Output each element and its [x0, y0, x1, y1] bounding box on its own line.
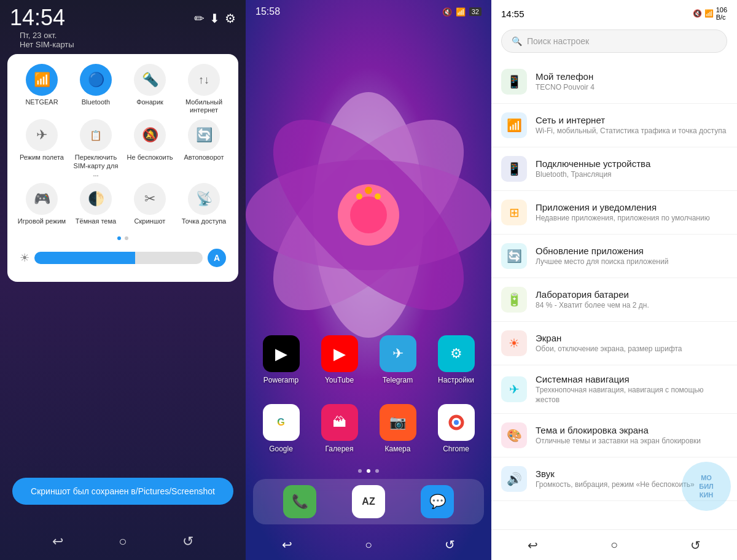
search-icon: 🔍 — [512, 36, 522, 46]
dock-phone[interactable]: 📞 — [283, 485, 316, 518]
page-dot-3 — [375, 469, 379, 473]
nav-bar-2: ↩ ○ ↺ — [246, 529, 491, 560]
network-subtitle: Wi-Fi, мобильный, Статистика трафика и т… — [536, 126, 727, 136]
status-icons-3: 🔇 📶 106В/с — [693, 6, 727, 21]
app-settings[interactable]: ⚙ Настройки — [431, 335, 482, 384]
qs-bluetooth[interactable]: 🔵 Bluetooth — [71, 64, 120, 114]
navigation-icon: ✈ — [501, 376, 527, 402]
search-input[interactable]: 🔍 Поиск настроек — [501, 29, 727, 53]
qs-flashlight[interactable]: 🔦 Фонарик — [125, 64, 174, 114]
dark-theme-icon: 🌓 — [80, 183, 112, 215]
settings-list: 📱 Мой телефон TECNO Pouvoir 4 📶 Сеть и и… — [491, 60, 737, 529]
clock-2: 15:58 — [255, 6, 280, 17]
qs-airplane[interactable]: ✈ Режим полета — [17, 119, 66, 178]
apps-row-1: ▶ Poweramp ▶ YouTube ✈ Telegram ⚙ — [246, 325, 491, 394]
back-button-1[interactable]: ↩ — [52, 534, 63, 550]
quick-settings-panel: 📶 NETGEAR 🔵 Bluetooth 🔦 Фонарик ↑↓ Мобил… — [7, 54, 238, 282]
my-phone-icon: 📱 — [501, 69, 527, 95]
dot-1 — [117, 236, 121, 240]
settings-battery[interactable]: 🔋 Лаборатория батареи 84 % - Хватит боле… — [491, 278, 737, 322]
back-button-3[interactable]: ↩ — [528, 538, 538, 553]
poweramp-label: Poweramp — [263, 376, 298, 384]
brightness-control[interactable]: ☀ A — [17, 244, 228, 272]
settings-status-bar: 14:55 🔇 📶 106В/с — [491, 0, 737, 25]
connected-title: Подключенные устройства — [536, 158, 727, 169]
status-bar-2: 15:58 🔇 📶 32 — [246, 0, 491, 23]
dock-az[interactable]: AZ — [352, 485, 385, 518]
app-camera[interactable]: 📷 Камера — [372, 404, 423, 453]
settings-display[interactable]: ☀ Экран Обои, отключение экрана, размер … — [491, 322, 737, 365]
az-icon: AZ — [352, 485, 385, 518]
qs-screenshot[interactable]: ✂ Скриншот — [125, 183, 174, 225]
mute-icon-3: 🔇 — [693, 9, 702, 18]
settings-my-phone[interactable]: 📱 Мой телефон TECNO Pouvoir 4 — [491, 60, 737, 104]
apps-row-2: G Google 🏔 Галерея 📷 Камера Ch — [246, 394, 491, 463]
clock-1: 14:54 — [10, 5, 84, 31]
brightness-slider[interactable] — [34, 252, 203, 264]
display-title: Экран — [536, 333, 727, 343]
qs-wifi[interactable]: 📶 NETGEAR — [17, 64, 66, 114]
camera-label: Камера — [385, 445, 411, 453]
app-chrome[interactable]: Chrome — [431, 404, 482, 453]
battery-icon: 🔋 — [501, 287, 527, 313]
screenshot-toast[interactable]: Скриншот был сохранен в/Pictures/Screens… — [12, 478, 233, 505]
settings-navigation[interactable]: ✈ Системная навигация Трехкнопочная нави… — [491, 365, 737, 414]
settings-connected[interactable]: 📱 Подключенные устройства Bluetooth, Тра… — [491, 147, 737, 191]
home-button-2[interactable]: ○ — [365, 538, 372, 552]
recents-button-2[interactable]: ↺ — [445, 537, 455, 552]
app-gallery[interactable]: 🏔 Галерея — [314, 404, 365, 453]
navigation-text: Системная навигация Трехкнопочная навига… — [536, 374, 727, 405]
qs-mobile-data[interactable]: ↑↓ Мобильный интернет — [179, 64, 228, 114]
qs-screenshot-label: Скриншот — [135, 217, 166, 225]
telegram-icon: ✈ — [380, 335, 416, 372]
search-bar: 🔍 Поиск настроек — [491, 25, 737, 60]
settings-icon-1[interactable]: ⚙ — [225, 11, 236, 26]
qs-wifi-label: NETGEAR — [25, 98, 58, 106]
settings-apps[interactable]: ⊞ Приложения и уведомления Недавние прил… — [491, 191, 737, 235]
app-telegram[interactable]: ✈ Telegram — [372, 335, 423, 384]
my-phone-subtitle: TECNO Pouvoir 4 — [536, 83, 727, 93]
wifi-icon-3: 📶 — [704, 9, 714, 18]
display-subtitle: Обои, отключение экрана, размер шрифта — [536, 344, 727, 354]
recents-button-3[interactable]: ↺ — [690, 538, 701, 553]
app-poweramp[interactable]: ▶ Poweramp — [255, 335, 306, 384]
battery-subtitle: 84 % - Хватит более чем на 2 дн. — [536, 301, 727, 311]
chrome-label: Chrome — [443, 445, 469, 453]
my-phone-text: Мой телефон TECNO Pouvoir 4 — [536, 71, 727, 93]
app-update-text: Обновление приложения Лучшее место для п… — [536, 246, 727, 267]
qs-dark-label: Тёмная тема — [76, 217, 116, 225]
youtube-label: YouTube — [325, 376, 354, 384]
my-phone-title: Мой телефон — [536, 71, 727, 82]
search-placeholder: Поиск настроек — [527, 36, 589, 46]
apps-icon: ⊞ — [501, 200, 527, 225]
youtube-icon: ▶ — [321, 335, 358, 372]
phone-icon: 📞 — [283, 485, 316, 518]
qs-dnd[interactable]: 🔕 Не беспокоить — [125, 119, 174, 178]
qs-sim-switch[interactable]: 📋 Переключить SIM-карту для ... — [71, 119, 120, 178]
download-icon[interactable]: ⬇ — [209, 11, 220, 26]
home-button-1[interactable]: ○ — [119, 534, 127, 550]
app-youtube[interactable]: ▶ YouTube — [314, 335, 365, 384]
settings-network[interactable]: 📶 Сеть и интернет Wi-Fi, мобильный, Стат… — [491, 104, 737, 147]
recents-button-1[interactable]: ↺ — [182, 534, 193, 550]
qs-dark[interactable]: 🌓 Тёмная тема — [71, 183, 120, 225]
qs-game[interactable]: 🎮 Игровой режим — [17, 183, 66, 225]
status-bar-1: 14:54 Пт, 23 окт. Нет SIM-карты ✏ ⬇ ⚙ — [0, 0, 246, 54]
sim-switch-icon: 📋 — [80, 119, 112, 151]
home-button-3[interactable]: ○ — [610, 538, 618, 552]
qs-hotspot[interactable]: 📡 Точка доступа — [179, 183, 228, 225]
quick-settings-grid: 📶 NETGEAR 🔵 Bluetooth 🔦 Фонарик ↑↓ Мобил… — [17, 64, 228, 225]
mute-icon-2: 🔇 — [442, 7, 452, 17]
app-update-subtitle: Лучшее место для поиска приложений — [536, 257, 727, 267]
settings-theme[interactable]: 🎨 Тема и блокировка экрана Отличные темы… — [491, 414, 737, 457]
gallery-label: Галерея — [325, 445, 353, 453]
qs-autorotate[interactable]: 🔄 Автоповорот — [179, 119, 228, 178]
app-google[interactable]: G Google — [255, 404, 306, 453]
home-content: 15:58 🔇 📶 32 ▶ Poweramp ▶ YouTube — [246, 0, 491, 560]
dock-messages[interactable]: 💬 — [421, 485, 454, 518]
edit-icon[interactable]: ✏ — [194, 11, 205, 26]
settings-app-update[interactable]: 🔄 Обновление приложения Лучшее место для… — [491, 235, 737, 278]
qs-flashlight-label: Фонарик — [136, 98, 163, 106]
back-button-2[interactable]: ↩ — [282, 537, 292, 552]
display-text: Экран Обои, отключение экрана, размер шр… — [536, 333, 727, 354]
